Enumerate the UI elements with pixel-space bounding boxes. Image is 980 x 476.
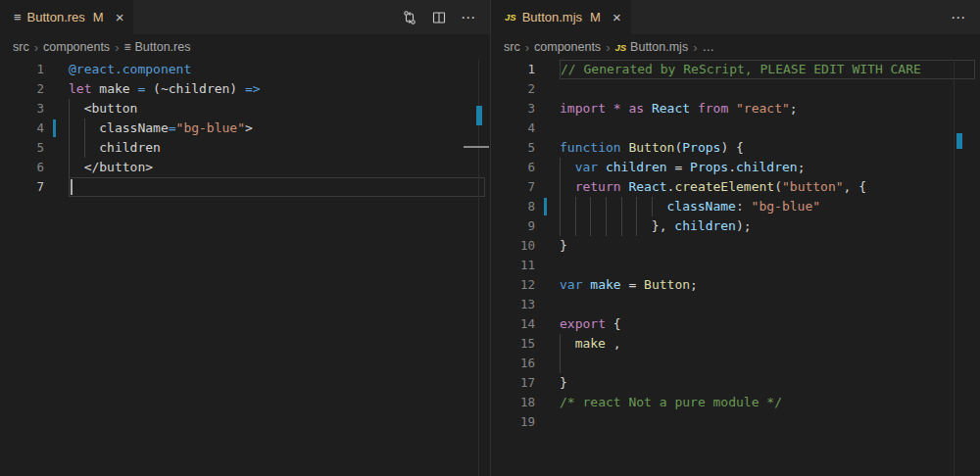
- gutter: [535, 295, 560, 314]
- line-number[interactable]: 6: [0, 158, 44, 177]
- open-changes-icon[interactable]: [402, 10, 417, 25]
- line-number[interactable]: 15: [491, 334, 535, 354]
- code-line[interactable]: 7: [0, 177, 490, 197]
- breadcrumb-folder[interactable]: src: [504, 40, 520, 54]
- code-line[interactable]: 18/* react Not a pure module */: [491, 393, 980, 412]
- line-content: return React.createElement("button", {: [560, 177, 968, 197]
- line-number[interactable]: 16: [491, 354, 535, 373]
- line-number[interactable]: 1: [491, 60, 535, 79]
- code-line[interactable]: 9}, children);: [491, 216, 980, 236]
- line-number[interactable]: 2: [0, 79, 44, 99]
- indent-guide: [560, 216, 575, 236]
- line-number[interactable]: 1: [0, 60, 44, 79]
- code-line[interactable]: 6var children = Props.children;: [491, 158, 980, 177]
- more-actions-icon[interactable]: ⋯: [461, 9, 476, 26]
- overview-ruler-cursor-marker: [464, 146, 489, 148]
- gutter-modified-indicator: [53, 119, 56, 137]
- code-line[interactable]: 15make ,: [491, 334, 980, 354]
- line-number[interactable]: 5: [0, 138, 44, 158]
- code-line[interactable]: 2let make = (~children) =>: [0, 79, 490, 99]
- editor-actions: ⋯: [951, 0, 980, 34]
- gutter: [535, 256, 560, 275]
- line-content: </button>: [69, 158, 478, 177]
- breadcrumb-file[interactable]: Button.res: [134, 40, 190, 54]
- line-number[interactable]: 6: [491, 158, 535, 177]
- code-line[interactable]: 14export {: [491, 314, 980, 334]
- code-line[interactable]: 3<button: [0, 99, 490, 119]
- line-number[interactable]: 2: [491, 79, 535, 99]
- line-number[interactable]: 13: [491, 295, 535, 314]
- tab-button-res[interactable]: ≡ Button.res M ×: [0, 0, 133, 34]
- code-token: make: [575, 336, 606, 351]
- line-number[interactable]: 4: [0, 119, 44, 138]
- indent-guide: [560, 354, 575, 373]
- split-editor-icon[interactable]: [431, 10, 447, 25]
- breadcrumb-file[interactable]: Button.mjs: [630, 40, 688, 54]
- tab-button-mjs[interactable]: JS Button.mjs M ×: [491, 0, 631, 34]
- line-number[interactable]: 19: [491, 412, 535, 432]
- code-token: let: [69, 81, 91, 96]
- line-number[interactable]: 18: [491, 393, 535, 412]
- gutter: [535, 79, 560, 99]
- code-line[interactable]: 13: [491, 295, 980, 314]
- code-line[interactable]: 6</button>: [0, 158, 490, 177]
- code-token: export: [560, 316, 606, 331]
- code-token: =: [667, 160, 690, 174]
- code-token: var: [575, 160, 598, 174]
- code-line[interactable]: 1// Generated by ReScript, PLEASE EDIT W…: [491, 60, 980, 79]
- line-number[interactable]: 3: [491, 99, 535, 119]
- line-number[interactable]: 7: [0, 177, 44, 197]
- line-content: className: "bg-blue": [560, 197, 968, 216]
- line-number[interactable]: 11: [491, 256, 535, 275]
- code-line[interactable]: 16: [491, 354, 980, 373]
- indent-guide: [606, 197, 621, 216]
- code-token: children: [606, 160, 667, 174]
- close-tab-icon[interactable]: ×: [612, 10, 621, 24]
- tab-bar-left: ≡ Button.res M ×: [0, 0, 490, 34]
- close-tab-icon[interactable]: ×: [116, 10, 124, 24]
- code-line[interactable]: 19: [491, 412, 980, 432]
- code-line[interactable]: 11: [491, 256, 980, 275]
- modified-badge: M: [590, 10, 601, 24]
- code-token: *: [613, 101, 621, 116]
- code-line[interactable]: 3import * as React from "react";: [491, 99, 980, 119]
- indent-guide: [636, 216, 652, 236]
- code-token: children: [674, 218, 736, 233]
- code-line[interactable]: 5children: [0, 138, 490, 158]
- line-number[interactable]: 7: [491, 177, 535, 197]
- code-line[interactable]: 4: [491, 119, 980, 138]
- code-editor-button-res[interactable]: 1@react.component2let make = (~children)…: [0, 60, 490, 197]
- code-line[interactable]: 4className="bg-blue">: [0, 119, 490, 138]
- code-line[interactable]: 12var make = Button;: [491, 275, 980, 295]
- code-token: function: [560, 140, 621, 155]
- code-line[interactable]: 2: [491, 79, 980, 99]
- tab-bar-right: JS Button.mjs M × ⋯: [491, 0, 980, 34]
- code-editor-button-mjs[interactable]: 1// Generated by ReScript, PLEASE EDIT W…: [491, 60, 980, 432]
- code-line[interactable]: 5function Button(Props) {: [491, 138, 980, 158]
- breadcrumb-folder[interactable]: components: [43, 40, 110, 54]
- code-line[interactable]: 10}: [491, 236, 980, 256]
- breadcrumb-folder[interactable]: components: [534, 40, 601, 54]
- gutter: [44, 60, 69, 79]
- code-token: import: [560, 101, 606, 116]
- line-number[interactable]: 14: [491, 314, 535, 334]
- gutter: [535, 373, 560, 393]
- code-line[interactable]: 1@react.component: [0, 60, 490, 79]
- line-number[interactable]: 3: [0, 99, 44, 119]
- code-token: /* react Not a pure module */: [560, 395, 782, 409]
- overview-ruler-modified-marker: [476, 106, 482, 125]
- code-line[interactable]: 7return React.createElement("button", {: [491, 177, 980, 197]
- more-actions-icon[interactable]: ⋯: [951, 9, 966, 26]
- line-content: [560, 256, 968, 275]
- line-number[interactable]: 17: [491, 373, 535, 393]
- line-number[interactable]: 10: [491, 236, 535, 256]
- line-number[interactable]: 8: [491, 197, 535, 216]
- line-number[interactable]: 4: [491, 119, 535, 138]
- line-number[interactable]: 12: [491, 275, 535, 295]
- line-number[interactable]: 5: [491, 138, 535, 158]
- code-line[interactable]: 17}: [491, 373, 980, 393]
- line-number[interactable]: 9: [491, 216, 535, 236]
- breadcrumb-symbol[interactable]: …: [703, 40, 715, 54]
- code-line[interactable]: 8className: "bg-blue": [491, 197, 980, 216]
- breadcrumb-folder[interactable]: src: [13, 40, 29, 54]
